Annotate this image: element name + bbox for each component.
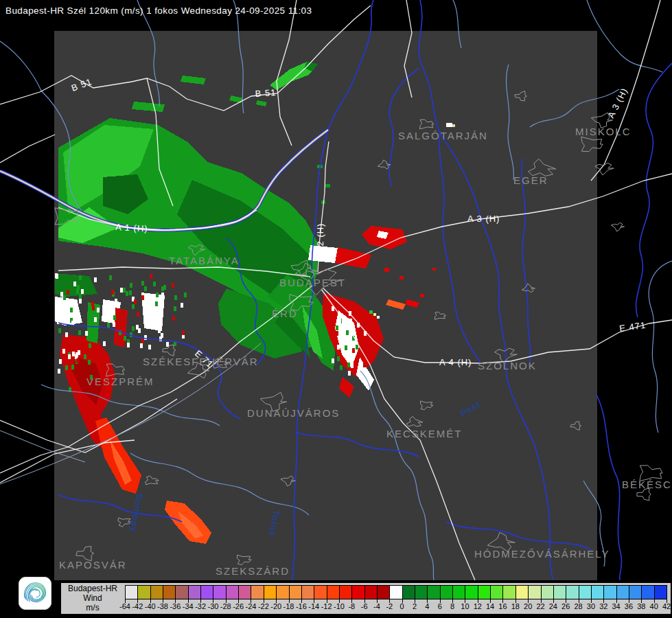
aliasing-speckle	[59, 359, 62, 364]
aliasing-speckle	[79, 275, 82, 280]
legend-color-box	[327, 585, 340, 599]
aliasing-speckle	[109, 275, 112, 280]
road-label: A 2 (H)	[315, 223, 325, 255]
legend-color-box	[213, 585, 226, 599]
aliasing-speckle	[338, 319, 341, 323]
legend-color-box	[603, 585, 616, 599]
aliasing-speckle	[78, 350, 80, 355]
aliasing-speckle	[134, 299, 137, 304]
aliasing-speckle	[84, 354, 86, 359]
legend-color-box	[490, 585, 503, 599]
spiral-logo-icon	[19, 577, 51, 610]
aliasing-speckle	[137, 312, 139, 317]
legend-color-box	[125, 585, 138, 599]
aliasing-speckle	[182, 330, 185, 335]
legend-color-box	[150, 585, 163, 599]
city-label-szolnok: SZOLNOK	[478, 360, 537, 371]
aliasing-speckle	[161, 293, 164, 297]
aliasing-speckle	[155, 301, 158, 306]
aliasing-speckle	[347, 363, 350, 367]
aliasing-speckle	[103, 341, 106, 346]
aliasing-speckle	[63, 295, 66, 300]
aliasing-speckle	[77, 285, 80, 290]
aliasing-speckle	[159, 317, 162, 322]
legend-color-box	[553, 585, 566, 599]
legend-color-box	[415, 585, 428, 599]
aliasing-speckle	[72, 352, 75, 356]
aliasing-speckle	[65, 365, 68, 370]
aliasing-speckle	[144, 335, 147, 340]
aliasing-speckle	[351, 363, 354, 368]
aliasing-speckle	[107, 323, 110, 328]
aliasing-speckle	[67, 290, 69, 295]
aliasing-speckle	[174, 306, 176, 311]
legend-color-box	[579, 585, 592, 599]
aliasing-speckle	[343, 325, 345, 330]
legend-color-box	[427, 585, 440, 599]
legend-color-box	[465, 585, 478, 599]
aliasing-speckle	[174, 295, 177, 300]
weather-app-logo	[19, 577, 51, 610]
aliasing-speckle	[363, 363, 366, 367]
aliasing-speckle	[113, 315, 116, 320]
aliasing-speckle	[141, 339, 144, 343]
aliasing-speckle	[76, 289, 79, 294]
aliasing-speckle	[181, 303, 183, 308]
aliasing-speckle	[126, 291, 128, 296]
city-label-érd: ÉRD	[272, 308, 298, 319]
city-label-salgótarján: SALGÓTARJÁN	[398, 130, 488, 141]
aliasing-speckle	[161, 286, 164, 291]
aliasing-speckle	[150, 274, 152, 279]
aliasing-speckle	[85, 331, 88, 336]
aliasing-speckle	[336, 325, 338, 330]
aliasing-speckle	[97, 308, 100, 312]
legend-color-box	[364, 585, 378, 599]
legend-color-box	[163, 585, 176, 599]
road-label: A 4 (H)	[439, 357, 472, 367]
aliasing-speckle	[60, 292, 63, 297]
legend-tick-value: 42	[655, 602, 672, 610]
legend-color-box	[566, 585, 579, 599]
legend-quantity: Wind	[61, 593, 124, 603]
city-label-kecskemét: KECSKEMÉT	[386, 428, 463, 439]
legend-product: Budapest-HR	[61, 584, 124, 593]
legend-color-box	[238, 585, 251, 599]
legend-color-box	[452, 585, 465, 599]
aliasing-speckle	[115, 299, 117, 304]
aliasing-speckle	[75, 300, 78, 305]
city-label-veszprém: VESZPRÉM	[86, 376, 154, 387]
legend-color-box	[226, 585, 239, 599]
legend-color-box	[528, 585, 541, 599]
aliasing-speckle	[349, 319, 352, 323]
aliasing-speckle	[337, 356, 340, 361]
aliasing-speckle	[71, 365, 74, 369]
aliasing-speckle	[148, 345, 151, 350]
aliasing-speckle	[346, 330, 349, 335]
aliasing-speckle	[332, 358, 334, 363]
city-label-szekszárd: SZEKSZÁRD	[216, 565, 290, 577]
aliasing-speckle	[79, 299, 82, 304]
aliasing-speckle	[79, 294, 82, 299]
aliasing-speckle	[58, 328, 61, 333]
aliasing-speckle	[166, 342, 169, 347]
aliasing-speckle	[138, 328, 141, 333]
aliasing-speckle	[184, 293, 187, 297]
aliasing-speckle	[70, 308, 73, 312]
legend-color-box	[389, 585, 402, 599]
aliasing-speckle	[340, 365, 343, 370]
legend-color-box	[276, 585, 289, 599]
legend-color-box	[629, 585, 642, 599]
aliasing-speckle	[345, 345, 347, 350]
legend-color-box	[591, 585, 604, 599]
aliasing-speckle	[124, 336, 126, 341]
aliasing-speckle	[141, 295, 144, 300]
legend-color-box	[200, 585, 213, 599]
aliasing-speckle	[65, 332, 68, 337]
radar-map: SomogyPestTolna SALGÓTARJÁNMISKOLCEGERTA…	[0, 0, 672, 618]
aliasing-speckle	[132, 304, 135, 309]
city-label-eger: EGER	[513, 174, 548, 186]
aliasing-speckle	[132, 326, 135, 331]
aliasing-speckle	[127, 343, 130, 347]
city-label-tatabánya: TATABÁNYA	[169, 255, 240, 266]
city-label-budapest: BUDAPEST	[279, 277, 346, 288]
